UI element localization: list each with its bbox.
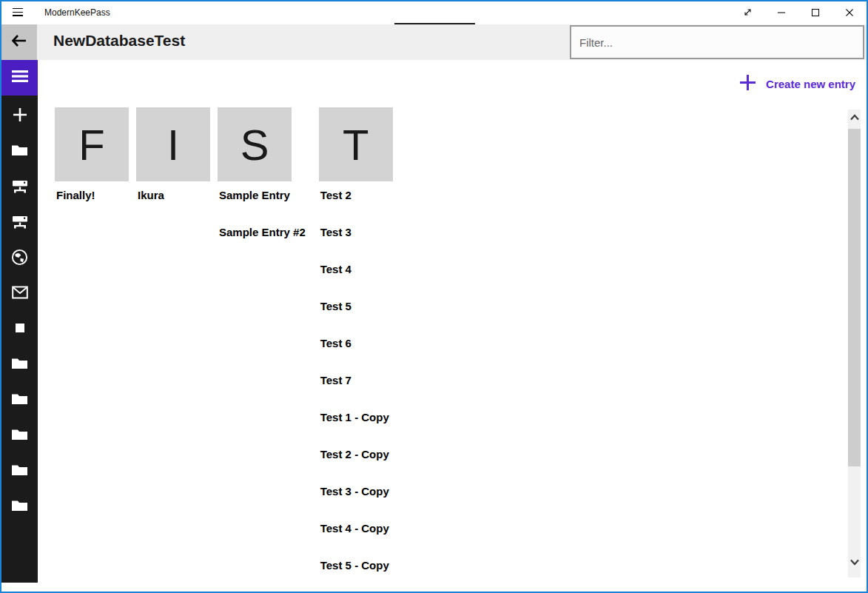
- folder-icon: [11, 427, 28, 445]
- back-arrow-icon: [10, 33, 28, 51]
- plus-icon: [739, 73, 757, 95]
- sidebar-item-group-root[interactable]: [1, 134, 38, 170]
- entry-item[interactable]: Test 5: [319, 298, 395, 335]
- close-x-icon: [845, 7, 854, 20]
- entry-group-F: FFinally!: [55, 107, 129, 224]
- folder-icon: [11, 143, 28, 161]
- vertical-scrollbar[interactable]: [848, 110, 861, 577]
- title-bar: ModernKeePass: [1, 1, 867, 24]
- scrollbar-thumb[interactable]: [848, 129, 861, 466]
- folder-icon: [11, 392, 28, 409]
- chevron-down-icon: [850, 555, 860, 569]
- entry-item[interactable]: Test 2: [319, 187, 395, 224]
- sidebar-nav: [1, 60, 38, 583]
- sidebar-item-group-folder-4[interactable]: [1, 454, 38, 489]
- sidebar-item-group-folder-1[interactable]: [1, 347, 38, 383]
- entry-item[interactable]: Test 3: [319, 224, 395, 261]
- group-letter-tile[interactable]: I: [136, 107, 210, 181]
- fullscreen-button[interactable]: [730, 1, 764, 24]
- titlebar-hamburger-icon[interactable]: [13, 8, 23, 16]
- entry-group-T: TTest 2Test 3Test 4Test 5Test 6Test 7Tes…: [319, 107, 395, 593]
- app-title: ModernKeePass: [44, 7, 110, 18]
- network-icon: [12, 178, 28, 197]
- page-title: NewDatabaseTest: [53, 32, 185, 50]
- entry-item[interactable]: Test 6: [319, 335, 395, 372]
- sidebar-item-group-network-2[interactable]: [1, 205, 38, 241]
- sidebar-item-group-network-1[interactable]: [1, 170, 38, 205]
- group-letter-tile[interactable]: T: [319, 107, 393, 181]
- entry-item[interactable]: Test 2 - Copy: [319, 446, 395, 483]
- folder-icon: [11, 463, 28, 480]
- mail-icon: [12, 286, 28, 302]
- hamburger-icon: [12, 69, 28, 87]
- group-letter-tile[interactable]: F: [55, 107, 129, 181]
- sidebar-item-group-misc[interactable]: [1, 312, 38, 347]
- page-header: NewDatabaseTest: [1, 24, 867, 60]
- minimize-line-icon: [777, 7, 786, 20]
- entry-item[interactable]: Test 3 - Copy: [319, 483, 395, 520]
- app-window: ModernKeePass: [0, 0, 868, 593]
- folder-icon: [11, 356, 28, 374]
- square-icon: [12, 320, 28, 339]
- entry-group-I: IIkura: [136, 107, 210, 224]
- entries-grid: FFinally!IIkuraSSample EntrySample Entry…: [55, 107, 403, 593]
- entry-item[interactable]: Sample Entry #2: [218, 224, 312, 261]
- group-entry-list: Ikura: [136, 187, 210, 224]
- back-button[interactable]: [1, 24, 37, 60]
- network-icon: [12, 214, 28, 232]
- group-entry-list: Test 2Test 3Test 4Test 5Test 6Test 7Test…: [319, 187, 395, 593]
- group-entry-list: Finally!: [55, 187, 129, 224]
- sidebar-item-group-folder-3[interactable]: [1, 418, 38, 454]
- entry-group-S: SSample EntrySample Entry #2: [218, 107, 312, 261]
- group-entry-list: Sample EntrySample Entry #2: [218, 187, 312, 261]
- maximize-button[interactable]: [798, 1, 832, 24]
- entry-item[interactable]: Ikura: [136, 187, 210, 224]
- fullscreen-arrows-icon: [743, 7, 753, 20]
- folder-icon: [11, 498, 28, 516]
- maximize-square-icon: [811, 7, 820, 20]
- plus-icon: [12, 107, 28, 126]
- scroll-down-button[interactable]: [848, 557, 861, 567]
- entry-item[interactable]: Test 4 - Copy: [319, 520, 395, 557]
- entry-item[interactable]: Test 4: [319, 261, 395, 298]
- sidebar-item-menu[interactable]: [1, 60, 38, 96]
- minimize-button[interactable]: [764, 1, 798, 24]
- entry-item[interactable]: Test 5 - Copy: [319, 557, 395, 593]
- globe-icon: [11, 249, 28, 269]
- sidebar-item-add-group[interactable]: [1, 98, 38, 134]
- sidebar-item-group-internet[interactable]: [1, 241, 38, 276]
- group-letter-tile[interactable]: S: [218, 107, 292, 181]
- create-new-entry-label: Create new entry: [766, 78, 855, 90]
- entry-item[interactable]: Test 1 - Copy: [319, 409, 395, 446]
- entry-item[interactable]: Finally!: [55, 187, 129, 224]
- sidebar-item-group-folder-2[interactable]: [1, 383, 38, 418]
- entry-item[interactable]: Sample Entry: [218, 187, 312, 224]
- chevron-up-icon: [850, 110, 860, 124]
- filter-input[interactable]: [570, 25, 864, 59]
- sidebar-item-group-email[interactable]: [1, 276, 38, 312]
- entry-item[interactable]: Test 7: [319, 372, 395, 409]
- close-button[interactable]: [832, 1, 867, 24]
- sidebar-item-group-folder-5[interactable]: [1, 489, 38, 525]
- scroll-up-button[interactable]: [848, 112, 861, 122]
- create-new-entry-button[interactable]: Create new entry: [739, 73, 855, 95]
- window-controls: [730, 1, 867, 24]
